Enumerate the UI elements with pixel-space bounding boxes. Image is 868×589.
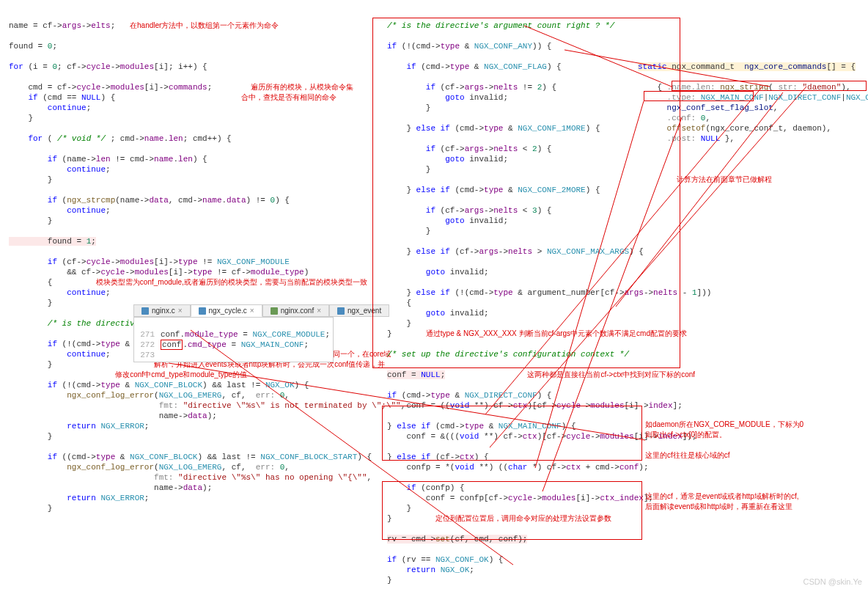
code-line: name->data); [9,411,217,420]
watermark: CSDN @skin.Ye [803,577,862,586]
code-line: return NGX_OK; [387,566,474,574]
code-line-highlight: conf = NULL; [387,370,445,379]
code-line: if (cmd == NULL) { [9,93,115,102]
code-line: for ( /* void */ ; cmd->name.len; cmd++)… [9,134,232,143]
tab-nginx-conf[interactable]: nginx.conf× [262,304,329,317]
right-annotations: 如daemon所在NGX_CORE_MODULE，下标为0 则取出cf->ctx… [645,409,803,512]
code-line: { [9,278,52,287]
code-line: name = cf->args->elts; [9,21,115,30]
annotation: 修改conf中cmd_type和module_type的值 [115,370,247,378]
annotation: 这里的cf往往是核心域的cf [645,451,730,459]
annotation: 合中，查找是否有相同的命令 [241,93,336,101]
code-line: ngx_conf_log_error(NGX_LOG_EMERG, cf, er… [9,463,290,472]
code-line: if (rv == NGX_CONF_OK) { [387,555,503,564]
code-line: continue; [9,103,91,112]
code-line: } [387,576,392,585]
code-line: ngx_conf_log_error(NGX_LOG_EMERG, cf, er… [9,391,290,400]
code-line: continue; [9,165,111,174]
c-file-icon [337,307,345,315]
code-line: for (i = 0; cf->cycle->modules[i]; i++) … [9,62,207,71]
code-line: fmt: "directive \"%s\" has no opening \"… [9,473,372,482]
highlight-box [372,18,680,368]
highlight-box [644,91,754,101]
close-icon[interactable]: × [250,307,254,315]
tab-nginx-c[interactable]: nginx.c× [133,304,191,317]
code-line: return NGX_ERROR; [9,494,149,502]
conf-file-icon [271,307,278,315]
code-line: found = 0; [9,42,57,51]
code-line: continue; [9,350,111,359]
close-icon[interactable]: × [178,307,183,315]
c-file-icon [141,307,149,315]
annotation: 这里的cf，通常是event域或者http域解析时的cf, [645,492,798,500]
left-code-pane: name = cf->args->elts; 在handler方法中，以数组第一… [0,0,370,524]
highlight-box [672,81,867,91]
code-line: if (ngx_strcmp(name->data, cmd->name.dat… [9,196,290,205]
code-line-highlight: found = 1; [9,237,96,246]
code-line: if (!(cmd->type & NGX_CONF_BLOCK) && las… [9,381,309,389]
code-line: continue; [9,288,111,297]
annotation: 在handler方法中，以数组第一个元素作为命令 [130,21,279,29]
code-line: } [9,299,52,307]
code-line: } [9,175,52,184]
code-line: if (cmd->type & NGX_DIRECT_CONF) { [387,391,551,400]
annotation: 这两种都是直接往当前cf->ctx中找到对应下标的conf [527,370,695,378]
annotation: 后面解读event域和http域时，再重新在看这里 [645,502,792,511]
tab-ngx-cycle[interactable]: ngx_cycle.c× [191,304,262,317]
annotation: 如daemon所在NGX_CORE_MODULE，下标为0 [645,420,803,428]
c-file-icon [199,307,206,315]
code-line: } [9,360,52,369]
annotation: 计算方法在前面章节已做解程 [677,175,772,183]
code-line: if ((cmd->type & NGX_CONF_BLOCK) && last… [9,453,372,461]
code-line: && cf->cycle->modules[i]->type != cf->mo… [9,268,309,277]
code-line: confp = *(void **) ((char *) cf->ctx + c… [387,463,649,472]
code-line: } [9,216,52,225]
close-icon[interactable]: × [317,307,321,315]
code-line: continue; [9,206,111,215]
code-line: if (name->len != cmd->name.len) { [9,155,207,164]
code-line: return NGX_ERROR; [9,422,149,431]
code-snippet-popup: 271conf.module_type = NGX_CORE_MODULE; 2… [133,317,334,362]
code-line: fmt: "directive \"%s\" is not terminated… [9,401,405,410]
annotation: 模块类型需为conf_module,或者遍历到的模块类型，需要与当前配置的模块类… [96,278,367,286]
highlight-box [382,406,642,461]
code-line: } [9,504,52,513]
code-line: } [9,114,33,122]
editor-tabs: nginx.c× ngx_cycle.c× nginx.conf× ngx_ev… [133,304,389,317]
annotation: 则取出cf->ctx[0]的配置。 [645,431,727,439]
annotation: 遍历所有的模块，从模块命令集 [251,83,353,91]
code-line: } [9,432,52,441]
code-line: cmd = cf->cycle->modules[i]->commands; [9,83,212,92]
highlight-box [382,481,642,540]
code-line: name->data); [9,483,212,492]
code-line: if (cf->cycle->modules[i]->type != NGX_C… [9,257,290,266]
